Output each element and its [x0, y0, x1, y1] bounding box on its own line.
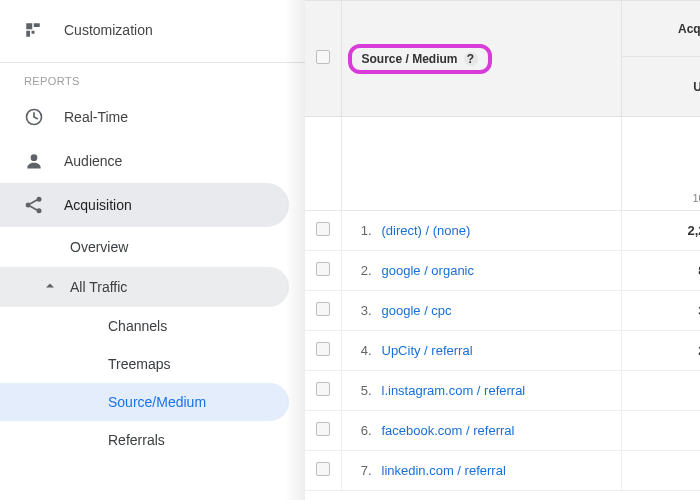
sidebar-item-audience[interactable]: Audience: [0, 139, 289, 183]
sidebar-item-label: Acquisition: [64, 197, 132, 213]
row-checkbox[interactable]: [316, 382, 330, 396]
table-row: 1.(direct) / (none)2,210: [305, 211, 700, 251]
svg-point-8: [37, 208, 42, 213]
row-number: 5.: [354, 383, 372, 398]
svg-rect-2: [26, 31, 30, 37]
help-icon[interactable]: ?: [464, 52, 478, 66]
row-number: 3.: [354, 303, 372, 318]
table-row: 5.l.instagram.com / referral70: [305, 371, 700, 411]
sidebar-item-acquisition[interactable]: Acquisition: [0, 183, 289, 227]
table-row: 4.UpCity / referral255: [305, 331, 700, 371]
table-row: 3.google / cpc380: [305, 291, 700, 331]
metric-value: 380: [621, 291, 700, 331]
subnav-all-traffic[interactable]: All Traffic: [0, 267, 289, 307]
metric-value: 61: [621, 411, 700, 451]
sidebar: Customization REPORTS Real-Time Audience…: [0, 0, 305, 500]
dimension-value-link[interactable]: facebook.com / referral: [382, 423, 515, 438]
dashboard-icon: [24, 21, 64, 39]
select-all-checkbox[interactable]: [316, 50, 330, 64]
column-group-header: Acquis: [678, 22, 700, 36]
subsubnav-label: Channels: [108, 318, 167, 334]
metric-value: 845: [621, 251, 700, 291]
report-table: Source / Medium ? Acquis User: [305, 0, 700, 491]
svg-rect-0: [26, 23, 32, 29]
row-checkbox[interactable]: [316, 462, 330, 476]
sidebar-item-label: Customization: [64, 22, 153, 38]
report-area: Source / Medium ? Acquis User: [305, 0, 700, 500]
person-icon: [24, 151, 64, 171]
svg-point-5: [31, 154, 38, 161]
subnav-overview[interactable]: Overview: [0, 227, 289, 267]
table-body: 1.(direct) / (none)2,2102.google / organ…: [305, 211, 700, 491]
table-row: 2.google / organic845: [305, 251, 700, 291]
row-checkbox[interactable]: [316, 222, 330, 236]
share-icon: [24, 195, 64, 215]
subsubnav-label: Source/Medium: [108, 394, 206, 410]
subsubnav-source-medium[interactable]: Source/Medium: [0, 383, 289, 421]
row-number: 4.: [354, 343, 372, 358]
row-number: 7.: [354, 463, 372, 478]
subsubnav-treemaps[interactable]: Treemaps: [0, 345, 289, 383]
sidebar-item-realtime[interactable]: Real-Time: [0, 95, 289, 139]
svg-point-7: [37, 197, 42, 202]
dimension-value-link[interactable]: l.instagram.com / referral: [382, 383, 526, 398]
subsubnav-referrals[interactable]: Referrals: [0, 421, 289, 459]
dimension-value-link[interactable]: linkedin.com / referral: [382, 463, 506, 478]
row-number: 2.: [354, 263, 372, 278]
metric-value: 2,210: [621, 211, 700, 251]
dimension-header-highlight[interactable]: Source / Medium ?: [348, 44, 492, 74]
sidebar-item-label: Audience: [64, 153, 122, 169]
chevron-up-icon: [44, 279, 56, 295]
row-checkbox[interactable]: [316, 342, 330, 356]
row-checkbox[interactable]: [316, 422, 330, 436]
row-checkbox[interactable]: [316, 302, 330, 316]
metric-value: 70: [621, 371, 700, 411]
dimension-value-link[interactable]: (direct) / (none): [382, 223, 471, 238]
dimension-header-label: Source / Medium: [362, 52, 458, 66]
row-checkbox[interactable]: [316, 262, 330, 276]
sidebar-item-customization[interactable]: Customization: [0, 8, 289, 52]
table-row: 6.facebook.com / referral61: [305, 411, 700, 451]
svg-rect-1: [34, 23, 40, 27]
summary-metric: 100.0: [621, 117, 700, 211]
row-number: 1.: [354, 223, 372, 238]
divider: [0, 62, 305, 63]
subsubnav-label: Treemaps: [108, 356, 171, 372]
svg-rect-3: [32, 31, 35, 34]
dimension-value-link[interactable]: UpCity / referral: [382, 343, 473, 358]
section-header-reports: REPORTS: [0, 69, 305, 95]
subnav-label: Overview: [70, 239, 128, 255]
metric-header-users[interactable]: User: [693, 80, 700, 94]
subsubnav-label: Referrals: [108, 432, 165, 448]
metric-value: 44: [621, 451, 700, 491]
subnav-label: All Traffic: [70, 279, 127, 295]
table-row: 7.linkedin.com / referral44: [305, 451, 700, 491]
subsubnav-channels[interactable]: Channels: [0, 307, 289, 345]
sidebar-item-label: Real-Time: [64, 109, 128, 125]
dimension-value-link[interactable]: google / cpc: [382, 303, 452, 318]
row-number: 6.: [354, 423, 372, 438]
clock-icon: [24, 107, 64, 127]
dimension-value-link[interactable]: google / organic: [382, 263, 475, 278]
metric-value: 255: [621, 331, 700, 371]
acquisition-subnav: Overview All Traffic Channels Treemaps S…: [0, 227, 305, 459]
